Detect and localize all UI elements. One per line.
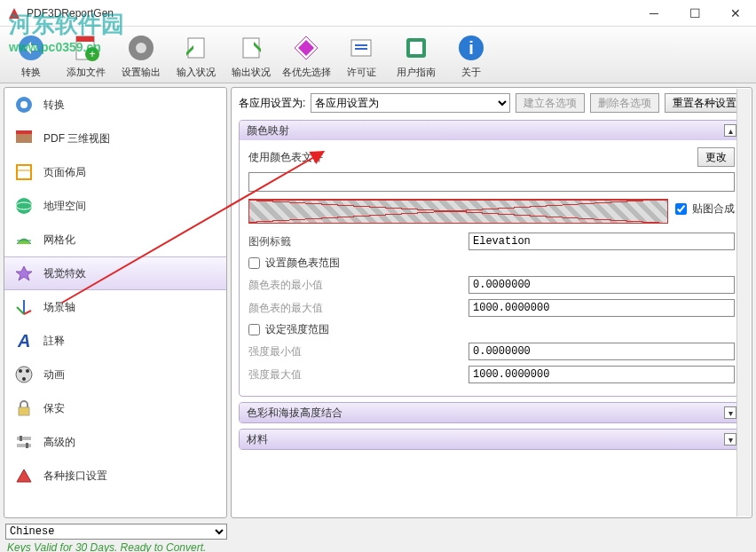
sidebar-item-label: 场景轴 (43, 300, 75, 315)
intensity-max-input[interactable] (469, 366, 735, 383)
svg-marker-42 (17, 469, 31, 482)
svg-point-20 (20, 101, 28, 108)
collapse-icon[interactable]: ▴ (724, 124, 736, 137)
sidebar-item-label: 转换 (43, 98, 65, 113)
convert-icon (16, 33, 46, 63)
set-intensity-range-checkbox[interactable]: 设定强度范围 (248, 322, 735, 337)
axis-icon (14, 297, 34, 317)
sidebar-item-security[interactable]: 保安 (4, 391, 226, 425)
svg-text:i: i (469, 38, 474, 58)
sidebar-item-interface[interactable]: 各种接口设置 (4, 459, 226, 493)
close-button[interactable]: ✕ (715, 0, 756, 27)
delete-options-button[interactable]: 删除各选项 (590, 93, 659, 113)
toolbar: 转换 +添加文件 设置输出 输入状况 输出状况 各优先选择 许可证 用户指南 i… (0, 27, 756, 83)
svg-marker-28 (16, 266, 32, 280)
color-min-label: 颜色表的最小值 (248, 278, 461, 293)
add-file-icon: + (71, 33, 101, 63)
language-select[interactable]: Chinese (5, 524, 227, 540)
maximize-button[interactable]: ☐ (674, 0, 715, 27)
svg-point-34 (19, 369, 22, 373)
sidebar-item-mesh[interactable]: 网格化 (4, 223, 226, 256)
toolbar-guide[interactable]: 用户指南 (389, 28, 444, 81)
apply-settings-select[interactable]: 各应用设置为 (311, 93, 510, 113)
apply-settings-label: 各应用设置为: (239, 96, 305, 111)
svg-point-7 (136, 43, 146, 53)
svg-rect-23 (17, 165, 31, 179)
sidebar-item-label: 高级的 (43, 435, 75, 450)
sidebar-item-layout[interactable]: 页面佈局 (4, 155, 226, 189)
sidebar: 转换 PDF 三维视图 页面佈局 地理空间 网格化 视觉特效 场景轴 A註释 动… (4, 87, 227, 518)
color-file-input[interactable] (248, 172, 735, 192)
svg-rect-3 (76, 36, 94, 42)
sidebar-item-label: PDF 三维视图 (43, 131, 110, 146)
texture-composite-checkbox[interactable]: 贴图合成 (675, 201, 735, 217)
toolbar-about[interactable]: i关于 (444, 28, 499, 81)
app-icon (7, 6, 21, 20)
priority-icon (291, 33, 321, 63)
guide-icon (401, 33, 431, 63)
svg-rect-16 (410, 42, 422, 54)
sidebar-item-annotation[interactable]: A註释 (4, 324, 226, 358)
svg-text:+: + (89, 48, 95, 60)
create-options-button[interactable]: 建立各选项 (516, 93, 585, 113)
minimize-button[interactable]: ─ (634, 0, 674, 27)
sidebar-item-geo[interactable]: 地理空间 (4, 189, 226, 223)
toolbar-set-output[interactable]: 设置输出 (114, 28, 169, 81)
pdf-3d-icon (14, 129, 34, 148)
panel-color-mapping: 颜色映射 ▴ 使用颜色表文件 更改 贴图合成 图例标籤 (239, 120, 744, 397)
set-color-range-checkbox[interactable]: 设置颜色表范围 (248, 256, 735, 271)
toolbar-convert[interactable]: 转换 (4, 28, 59, 81)
svg-rect-37 (19, 407, 29, 415)
panel-header-color-elev[interactable]: 色彩和海拔高度结合 ▾ (240, 403, 744, 422)
toolbar-license[interactable]: 许可证 (334, 28, 389, 81)
svg-line-31 (24, 311, 31, 314)
advanced-icon (14, 432, 34, 452)
texture-preview[interactable] (248, 199, 668, 224)
svg-rect-40 (20, 436, 22, 441)
panel-material: 材料 ▾ (239, 429, 744, 450)
scrollbar[interactable] (736, 89, 751, 517)
title-bar: PDF3DReportGen ─ ☐ ✕ (0, 0, 756, 27)
change-button[interactable]: 更改 (697, 147, 735, 167)
sidebar-item-label: 视觉特效 (43, 266, 86, 281)
intensity-min-input[interactable] (469, 343, 735, 360)
color-max-input[interactable] (469, 299, 735, 317)
svg-rect-38 (17, 437, 31, 440)
toolbar-priority[interactable]: 各优先选择 (279, 28, 334, 81)
sidebar-item-label: 註释 (43, 334, 65, 349)
panel-header-material[interactable]: 材料 ▾ (240, 430, 744, 449)
svg-rect-39 (17, 444, 31, 447)
window-title: PDF3DReportGen (27, 7, 634, 20)
reset-settings-button[interactable]: 重置各种设置 (665, 93, 744, 113)
sidebar-item-3dview[interactable]: PDF 三维视图 (4, 122, 226, 155)
sidebar-item-axis[interactable]: 场景轴 (4, 290, 226, 324)
sidebar-item-label: 网格化 (43, 233, 75, 248)
expand-icon[interactable]: ▾ (724, 433, 736, 446)
sidebar-item-label: 地理空间 (43, 199, 86, 214)
legend-label: 图例标籤 (248, 234, 461, 249)
sidebar-item-advanced[interactable]: 高级的 (4, 425, 226, 459)
legend-input[interactable] (469, 233, 735, 250)
intensity-max-label: 强度最大值 (248, 367, 461, 382)
toolbar-output-status[interactable]: 输出状况 (224, 28, 279, 81)
content-pane: 各应用设置为: 各应用设置为 建立各选项 删除各选项 重置各种设置 颜色映射 ▴… (231, 87, 752, 518)
svg-marker-0 (9, 8, 20, 19)
sidebar-item-convert[interactable]: 转换 (4, 88, 226, 122)
sidebar-item-label: 保安 (43, 401, 65, 416)
expand-icon[interactable]: ▾ (724, 406, 736, 419)
about-icon: i (456, 33, 486, 63)
visual-icon (14, 264, 34, 283)
toolbar-add-file[interactable]: +添加文件 (59, 28, 114, 81)
license-icon (346, 33, 376, 63)
color-min-input[interactable] (469, 276, 735, 294)
sidebar-item-animation[interactable]: 动画 (4, 358, 226, 391)
toolbar-input-status[interactable]: 输入状况 (169, 28, 224, 81)
svg-rect-22 (16, 130, 32, 134)
sidebar-item-visual[interactable]: 视觉特效 (4, 256, 226, 290)
panel-header-color[interactable]: 颜色映射 ▴ (240, 121, 744, 140)
intensity-min-label: 强度最小值 (248, 344, 461, 359)
sidebar-item-label: 动画 (43, 367, 65, 382)
lock-icon (14, 398, 34, 418)
input-status-icon (181, 33, 211, 63)
svg-point-25 (16, 198, 32, 214)
